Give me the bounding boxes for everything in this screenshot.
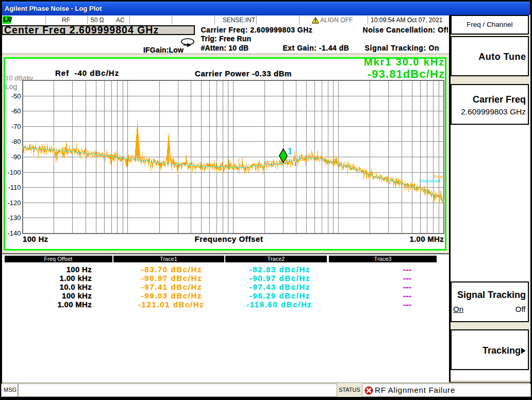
svg-text:Smoothed: Smoothed (419, 178, 440, 184)
svg-text:1: 1 (288, 147, 292, 156)
